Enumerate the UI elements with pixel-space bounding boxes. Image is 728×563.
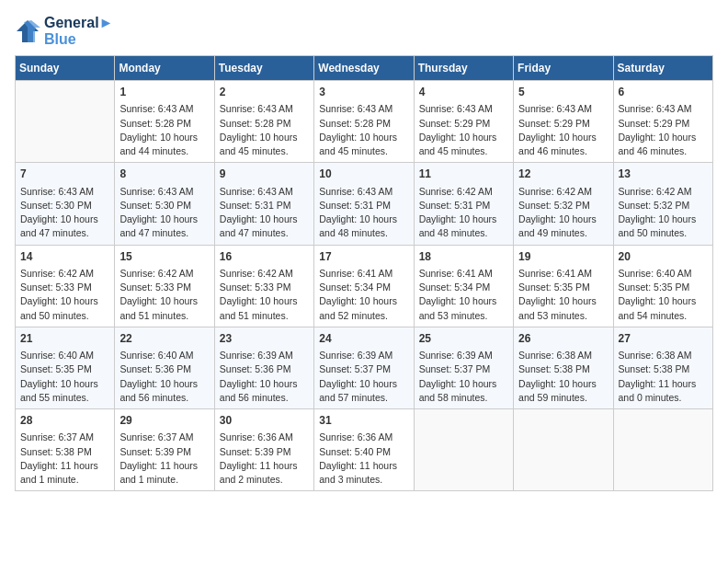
sunrise-text: Sunrise: 6:42 AM xyxy=(419,185,508,199)
sunset-text: Sunset: 5:34 PM xyxy=(419,281,508,294)
day-number: 25 xyxy=(419,331,508,347)
daylight-text: Daylight: 10 hours and 47 minutes. xyxy=(20,213,109,240)
day-number: 18 xyxy=(419,249,508,265)
daylight-text: Daylight: 10 hours and 57 minutes. xyxy=(319,377,408,405)
daylight-text: Daylight: 10 hours and 56 minutes. xyxy=(119,377,209,405)
column-header-tuesday: Tuesday xyxy=(214,56,313,81)
sunrise-text: Sunrise: 6:43 AM xyxy=(20,185,109,199)
day-number: 11 xyxy=(419,167,508,182)
column-header-thursday: Thursday xyxy=(414,56,513,81)
daylight-text: Daylight: 11 hours and 2 minutes. xyxy=(220,459,309,487)
daylight-text: Daylight: 10 hours and 45 minutes. xyxy=(220,131,309,158)
day-number: 21 xyxy=(20,331,109,347)
column-header-wednesday: Wednesday xyxy=(314,56,414,81)
sunrise-text: Sunrise: 6:42 AM xyxy=(518,185,608,199)
calendar-cell xyxy=(16,81,115,163)
daylight-text: Daylight: 10 hours and 49 minutes. xyxy=(518,213,608,240)
day-number: 2 xyxy=(220,85,309,100)
calendar-cell: 12Sunrise: 6:42 AMSunset: 5:32 PMDayligh… xyxy=(514,163,613,245)
calendar-cell: 16Sunrise: 6:42 AMSunset: 5:33 PMDayligh… xyxy=(214,245,313,327)
day-number: 3 xyxy=(319,85,408,100)
column-header-sunday: Sunday xyxy=(16,56,115,81)
sunrise-text: Sunrise: 6:43 AM xyxy=(220,185,309,199)
sunset-text: Sunset: 5:38 PM xyxy=(518,362,608,376)
sunrise-text: Sunrise: 6:39 AM xyxy=(319,349,408,362)
sunset-text: Sunset: 5:31 PM xyxy=(220,199,309,213)
daylight-text: Daylight: 10 hours and 53 minutes. xyxy=(518,294,608,322)
calendar-cell: 3Sunrise: 6:43 AMSunset: 5:28 PMDaylight… xyxy=(314,81,414,163)
calendar-cell: 7Sunrise: 6:43 AMSunset: 5:30 PMDaylight… xyxy=(16,163,115,245)
week-row-1: 1Sunrise: 6:43 AMSunset: 5:28 PMDaylight… xyxy=(16,81,713,163)
calendar-cell xyxy=(613,409,712,491)
daylight-text: Daylight: 10 hours and 47 minutes. xyxy=(220,213,309,240)
calendar-cell: 8Sunrise: 6:43 AMSunset: 5:30 PMDaylight… xyxy=(115,163,214,245)
calendar-cell: 21Sunrise: 6:40 AMSunset: 5:35 PMDayligh… xyxy=(16,327,115,408)
sunrise-text: Sunrise: 6:42 AM xyxy=(119,267,209,281)
sunrise-text: Sunrise: 6:43 AM xyxy=(319,102,408,116)
daylight-text: Daylight: 10 hours and 56 minutes. xyxy=(220,377,309,405)
header-row: SundayMondayTuesdayWednesdayThursdayFrid… xyxy=(16,56,713,81)
day-number: 17 xyxy=(319,249,408,265)
calendar-cell: 24Sunrise: 6:39 AMSunset: 5:37 PMDayligh… xyxy=(314,327,414,408)
daylight-text: Daylight: 11 hours and 0 minutes. xyxy=(619,377,708,405)
calendar-cell xyxy=(414,409,513,491)
calendar-cell: 4Sunrise: 6:43 AMSunset: 5:29 PMDaylight… xyxy=(414,81,513,163)
sunset-text: Sunset: 5:39 PM xyxy=(119,445,209,459)
calendar-cell: 11Sunrise: 6:42 AMSunset: 5:31 PMDayligh… xyxy=(414,163,513,245)
daylight-text: Daylight: 10 hours and 51 minutes. xyxy=(220,294,309,322)
calendar-cell: 29Sunrise: 6:37 AMSunset: 5:39 PMDayligh… xyxy=(115,409,214,491)
daylight-text: Daylight: 10 hours and 45 minutes. xyxy=(419,131,508,158)
calendar-cell: 28Sunrise: 6:37 AMSunset: 5:38 PMDayligh… xyxy=(16,409,115,491)
calendar-table: SundayMondayTuesdayWednesdayThursdayFrid… xyxy=(15,55,713,491)
sunset-text: Sunset: 5:40 PM xyxy=(319,445,408,459)
sunset-text: Sunset: 5:38 PM xyxy=(619,362,708,376)
calendar-cell: 19Sunrise: 6:41 AMSunset: 5:35 PMDayligh… xyxy=(514,245,613,327)
day-number: 29 xyxy=(119,413,209,429)
sunrise-text: Sunrise: 6:41 AM xyxy=(419,267,508,281)
day-number: 8 xyxy=(119,167,209,182)
day-number: 27 xyxy=(619,331,708,347)
sunrise-text: Sunrise: 6:38 AM xyxy=(518,349,608,362)
daylight-text: Daylight: 10 hours and 54 minutes. xyxy=(619,294,708,322)
sunrise-text: Sunrise: 6:38 AM xyxy=(619,349,708,362)
day-number: 5 xyxy=(518,85,608,100)
logo: General► Blue xyxy=(15,15,113,48)
sunset-text: Sunset: 5:35 PM xyxy=(20,362,109,376)
calendar-cell: 30Sunrise: 6:36 AMSunset: 5:39 PMDayligh… xyxy=(214,409,313,491)
daylight-text: Daylight: 10 hours and 46 minutes. xyxy=(518,131,608,158)
sunrise-text: Sunrise: 6:42 AM xyxy=(619,185,708,199)
day-number: 22 xyxy=(119,331,209,347)
sunrise-text: Sunrise: 6:41 AM xyxy=(319,267,408,281)
daylight-text: Daylight: 10 hours and 55 minutes. xyxy=(20,377,109,405)
daylight-text: Daylight: 10 hours and 46 minutes. xyxy=(619,131,708,158)
calendar-cell: 18Sunrise: 6:41 AMSunset: 5:34 PMDayligh… xyxy=(414,245,513,327)
sunrise-text: Sunrise: 6:36 AM xyxy=(220,431,309,444)
sunset-text: Sunset: 5:35 PM xyxy=(619,281,708,294)
day-number: 24 xyxy=(319,331,408,347)
calendar-cell: 10Sunrise: 6:43 AMSunset: 5:31 PMDayligh… xyxy=(314,163,414,245)
week-row-2: 7Sunrise: 6:43 AMSunset: 5:30 PMDaylight… xyxy=(16,163,713,245)
sunset-text: Sunset: 5:28 PM xyxy=(220,117,309,131)
daylight-text: Daylight: 10 hours and 48 minutes. xyxy=(419,213,508,240)
sunrise-text: Sunrise: 6:43 AM xyxy=(419,102,508,116)
daylight-text: Daylight: 10 hours and 50 minutes. xyxy=(619,213,708,240)
day-number: 6 xyxy=(619,85,708,100)
day-number: 23 xyxy=(220,331,309,347)
daylight-text: Daylight: 11 hours and 3 minutes. xyxy=(319,459,408,487)
daylight-text: Daylight: 10 hours and 50 minutes. xyxy=(20,294,109,322)
day-number: 7 xyxy=(20,167,109,182)
sunset-text: Sunset: 5:33 PM xyxy=(220,281,309,294)
week-row-5: 28Sunrise: 6:37 AMSunset: 5:38 PMDayligh… xyxy=(16,409,713,491)
daylight-text: Daylight: 10 hours and 53 minutes. xyxy=(419,294,508,322)
sunset-text: Sunset: 5:28 PM xyxy=(319,117,408,131)
sunrise-text: Sunrise: 6:43 AM xyxy=(119,102,209,116)
sunrise-text: Sunrise: 6:42 AM xyxy=(20,267,109,281)
day-number: 16 xyxy=(220,249,309,265)
sunrise-text: Sunrise: 6:43 AM xyxy=(518,102,608,116)
daylight-text: Daylight: 10 hours and 51 minutes. xyxy=(119,294,209,322)
day-number: 12 xyxy=(518,167,608,182)
sunrise-text: Sunrise: 6:43 AM xyxy=(319,185,408,199)
calendar-cell: 13Sunrise: 6:42 AMSunset: 5:32 PMDayligh… xyxy=(613,163,712,245)
sunrise-text: Sunrise: 6:37 AM xyxy=(119,431,209,444)
day-number: 9 xyxy=(220,167,309,182)
